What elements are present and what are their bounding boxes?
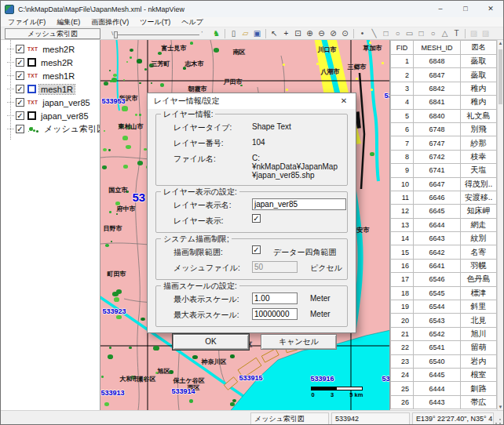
tree-item-mesh1R[interactable]: ✓mesh1R bbox=[1, 82, 100, 96]
table-row[interactable]: 206543北見 bbox=[391, 314, 497, 327]
menu-item[interactable]: ツール(T) bbox=[134, 17, 176, 27]
tree-item-mesh1R[interactable]: ✓TXTmesh1R bbox=[1, 69, 100, 82]
scrollbar-down-icon[interactable]: ▼ bbox=[498, 405, 503, 409]
tree-item-japan_ver85[interactable]: ✓TXTjapan_ver85 bbox=[1, 96, 100, 109]
layer-display-group: レイヤー表示の設定: レイヤー表示名: レイヤー表示: ✓ bbox=[155, 191, 348, 233]
zoom-window-icon[interactable]: ⊡ bbox=[292, 27, 304, 39]
layer-checkbox[interactable]: ✓ bbox=[16, 45, 24, 53]
table-row[interactable]: 86742枝幸 bbox=[391, 150, 497, 163]
table-row[interactable]: 36842稚内 bbox=[391, 82, 497, 95]
select-cursor-icon[interactable]: ↖ bbox=[268, 27, 280, 39]
maximize-button[interactable]: □ bbox=[453, 1, 478, 17]
max-scale-input[interactable] bbox=[252, 308, 298, 320]
save-icon[interactable]: ▣ bbox=[251, 27, 263, 39]
new-file-icon[interactable]: ▯ bbox=[228, 27, 239, 39]
dialog-title: レイヤー情報/設定 bbox=[154, 96, 332, 107]
dialog-close-button[interactable]: ✕ bbox=[332, 93, 356, 109]
table-row[interactable]: 76747紗那 bbox=[391, 136, 497, 150]
zoom-previous-icon[interactable]: ⊘ bbox=[327, 27, 339, 39]
table-row[interactable]: 246445根室 bbox=[391, 368, 497, 381]
cell-name: 枝幸 bbox=[461, 150, 497, 163]
app-logo-icon[interactable]: ♞ bbox=[210, 27, 222, 39]
table-row[interactable]: 106647得茂別.. bbox=[391, 177, 497, 191]
layer-visible-checkbox[interactable]: ✓ bbox=[252, 214, 261, 223]
menu-item[interactable]: ファイル(F) bbox=[2, 17, 51, 27]
draw-polygon-icon[interactable]: △ bbox=[439, 27, 451, 39]
tree-item-japan_ver85[interactable]: ✓japan_ver85 bbox=[1, 109, 100, 122]
table-row[interactable]: 56840礼文島 bbox=[391, 109, 497, 122]
table-row[interactable]: 126645知床岬 bbox=[391, 205, 497, 218]
table-row[interactable]: 196544斜里 bbox=[391, 300, 497, 314]
menu-item[interactable]: 編集(E) bbox=[51, 17, 86, 27]
table-row[interactable]: 166641羽幌 bbox=[391, 259, 497, 272]
cell-mesh-id: 6748 bbox=[414, 122, 461, 136]
table-row[interactable]: 176546色丹島 bbox=[391, 273, 497, 286]
draw-limit-checkbox[interactable]: ✓ bbox=[252, 245, 261, 254]
cell-fid: 9 bbox=[391, 164, 414, 177]
layer-checkbox[interactable]: ✓ bbox=[16, 85, 24, 93]
cell-mesh-id: 6546 bbox=[414, 273, 461, 286]
menu-item[interactable]: ヘルプ bbox=[176, 17, 209, 27]
cell-mesh-id: 6842 bbox=[414, 82, 461, 95]
scrollbar-up-icon[interactable]: ▲ bbox=[498, 41, 503, 45]
min-scale-input[interactable] bbox=[252, 292, 298, 304]
table-row[interactable]: 156642名寄 bbox=[391, 245, 497, 259]
draw-rect-icon[interactable]: □ bbox=[380, 27, 392, 39]
zoom-out-icon[interactable]: ⊖ bbox=[316, 27, 327, 39]
layer-checkbox[interactable]: ✓ bbox=[16, 98, 24, 107]
ok-button[interactable]: OK bbox=[173, 334, 249, 350]
cancel-button[interactable]: キャンセル bbox=[261, 334, 337, 350]
resize-grip[interactable] bbox=[494, 412, 502, 425]
layer-checkbox[interactable]: ✓ bbox=[16, 71, 24, 80]
zoom-full-icon[interactable]: ⊙ bbox=[339, 27, 351, 39]
table-row[interactable]: 146643紋別 bbox=[391, 232, 497, 245]
table-row[interactable]: 136644網走 bbox=[391, 218, 497, 231]
draw-rounded-rect-icon[interactable]: ▭ bbox=[404, 27, 415, 39]
zoom-in-icon[interactable]: ⊕ bbox=[304, 27, 316, 39]
table-row[interactable]: 226541留萌 bbox=[391, 341, 497, 354]
draw-ellipse-icon[interactable]: ○ bbox=[392, 27, 404, 39]
mesh-index-panel-button[interactable]: メッシュ索引図 bbox=[5, 28, 100, 39]
table-row[interactable]: 266443帯広 bbox=[391, 395, 497, 409]
table-row[interactable]: 116646安渡移.. bbox=[391, 191, 497, 204]
draw-text-icon[interactable]: T bbox=[451, 27, 462, 39]
table-scrollbar[interactable]: ▲ ▼ bbox=[497, 40, 503, 410]
table-row[interactable]: 16848蘂取 bbox=[391, 55, 497, 68]
table-column-header[interactable]: 図名 bbox=[461, 41, 497, 55]
city-label: 八潮市 bbox=[320, 67, 339, 76]
table-row[interactable]: 96741天塩 bbox=[391, 164, 497, 177]
minimize-button[interactable]: – bbox=[428, 1, 453, 17]
close-button[interactable]: ✕ bbox=[478, 1, 503, 17]
layer-checkbox[interactable]: ✓ bbox=[16, 58, 24, 67]
zoom-slider[interactable]: \ ' bbox=[110, 29, 203, 38]
scrollbar-thumb[interactable] bbox=[499, 49, 502, 104]
pan-icon[interactable]: + bbox=[280, 27, 292, 39]
table-column-header[interactable]: MESH_ID bbox=[414, 41, 461, 55]
table-row[interactable]: 256444釧路 bbox=[391, 382, 497, 395]
layer-display-name-input[interactable] bbox=[252, 198, 346, 210]
layer-checkbox[interactable]: ✓ bbox=[16, 125, 24, 133]
table-row[interactable]: 66748別飛 bbox=[391, 122, 497, 136]
table-row[interactable]: 236540岩内 bbox=[391, 354, 497, 368]
toolbar-icons: ♞▯▱▣↖+⊡⊕⊖⊘⊙•╲□○▭□○△T▨▨ bbox=[210, 27, 491, 39]
cell-name: 稚内 bbox=[461, 96, 497, 109]
draw-circle-icon[interactable]: ○ bbox=[427, 27, 439, 39]
menu-item[interactable]: 画面操作(V) bbox=[86, 17, 134, 27]
table-row[interactable]: 216542旭川 bbox=[391, 327, 497, 340]
layer-type-label: レイヤータイプ: bbox=[173, 121, 252, 133]
draw-square-icon[interactable]: □ bbox=[415, 27, 427, 39]
vegetation-patch bbox=[111, 241, 112, 242]
slider-thumb[interactable] bbox=[114, 31, 118, 38]
draw-line-icon[interactable]: ╲ bbox=[368, 27, 380, 39]
tree-item-メッシュ索引図[interactable]: ✓メッシュ索引図 bbox=[1, 122, 100, 136]
tree-item-mesh2R[interactable]: ✓mesh2R bbox=[1, 56, 100, 69]
table-row[interactable]: 26847蘂取 bbox=[391, 68, 497, 82]
open-folder-icon[interactable]: ▱ bbox=[239, 27, 251, 39]
layer-checkbox[interactable]: ✓ bbox=[16, 111, 24, 120]
table-column-header[interactable]: FID bbox=[391, 41, 414, 55]
vegetation-patch bbox=[122, 136, 128, 140]
draw-point-icon[interactable]: • bbox=[356, 27, 368, 39]
table-row[interactable]: 186545標津 bbox=[391, 286, 497, 300]
table-row[interactable]: 46841稚内 bbox=[391, 96, 497, 109]
tree-item-mesh2R[interactable]: ✓TXTmesh2R bbox=[1, 42, 100, 56]
